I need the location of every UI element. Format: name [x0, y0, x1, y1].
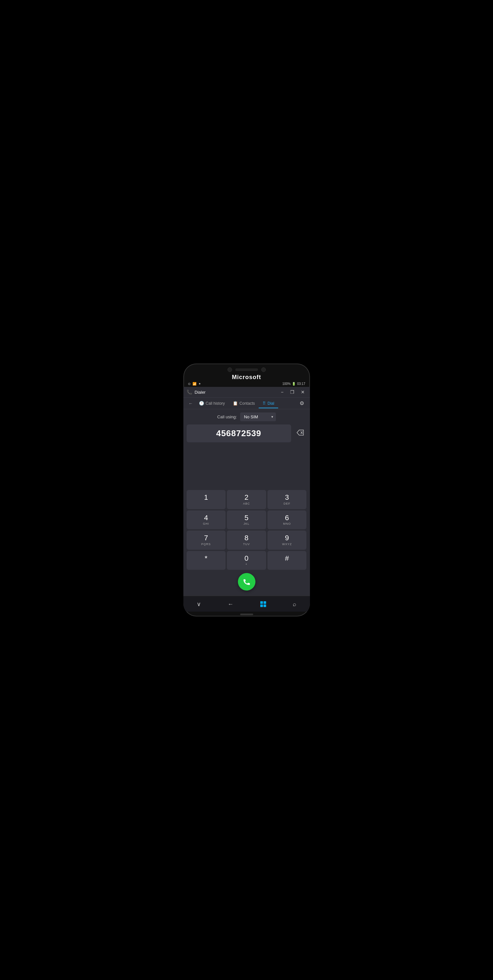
restore-button[interactable]: ❐ — [288, 389, 296, 395]
earpiece-speaker — [235, 368, 258, 371]
key-star[interactable]: * — [187, 551, 226, 570]
sim-dropdown-wrapper: No SIM ▾ — [240, 412, 276, 421]
phone-device: Microsoft ⊙ 📶 ✦ 100% 🔋 03:17 📞 Dialer − … — [183, 364, 310, 616]
key-3[interactable]: 3 DEF — [267, 490, 307, 509]
window-controls: − ❐ ✕ — [279, 389, 306, 395]
main-content: Call using: No SIM ▾ 456872539 — [183, 409, 310, 596]
navigation-tabs: ← 🕐 Call history 📋 Contacts ⠿ Dial ⚙ — [183, 398, 310, 409]
bluetooth-icon: ✦ — [198, 382, 201, 386]
key-9[interactable]: 9 WXYZ — [267, 531, 307, 549]
key-hash[interactable]: # — [267, 551, 307, 570]
nav-back-button[interactable]: ← — [187, 398, 195, 409]
sensor — [261, 368, 266, 372]
windows-button[interactable] — [257, 600, 270, 608]
key-1[interactable]: 1 — [187, 490, 226, 509]
clock: 03:17 — [297, 382, 305, 386]
status-right: 100% 🔋 03:17 — [282, 382, 305, 386]
tab-dial-label: Dial — [267, 401, 274, 406]
wifi-icon: 📶 — [193, 382, 196, 386]
key-4[interactable]: 4 GHI — [187, 511, 226, 529]
title-bar: 📞 Dialer − ❐ ✕ — [183, 387, 310, 398]
call-button[interactable] — [238, 573, 255, 590]
call-history-icon: 🕐 — [199, 401, 204, 406]
battery-icon: 🔋 — [292, 382, 296, 386]
bottom-navigation: ∨ ← ⌕ — [183, 596, 310, 612]
key-6[interactable]: 6 MNO — [267, 511, 307, 529]
call-button-row — [187, 573, 307, 590]
contacts-icon: 📋 — [233, 401, 238, 406]
key-7[interactable]: 7 PQRS — [187, 531, 226, 549]
minimize-button[interactable]: − — [279, 389, 285, 395]
dial-icon: ⠿ — [263, 401, 266, 406]
tab-call-history-label: Call history — [206, 401, 225, 406]
brand-label: Microsoft — [232, 374, 261, 381]
call-using-row: Call using: No SIM ▾ — [187, 412, 307, 421]
backspace-button[interactable] — [294, 427, 307, 440]
key-8[interactable]: 8 TUV — [227, 531, 266, 549]
battery-percentage: 100% — [282, 382, 291, 386]
key-2[interactable]: 2 ABC — [227, 490, 266, 509]
tab-contacts-label: Contacts — [239, 401, 255, 406]
call-using-label: Call using: — [217, 414, 237, 419]
windows-logo-icon — [260, 601, 266, 607]
dialed-number: 456872539 — [216, 428, 261, 438]
chevron-down-button[interactable]: ∨ — [193, 599, 204, 609]
tab-contacts[interactable]: 📋 Contacts — [229, 398, 258, 408]
dialer-app-icon: 📞 — [187, 390, 192, 395]
app-window: 📞 Dialer − ❐ ✕ ← 🕐 Call history 📋 Contac… — [183, 387, 310, 596]
search-button[interactable]: ⌕ — [289, 600, 300, 609]
settings-button[interactable]: ⚙ — [297, 398, 307, 409]
number-display-row: 456872539 — [187, 425, 307, 442]
sim-select[interactable]: No SIM — [240, 412, 276, 421]
status-left-icons: ⊙ 📶 ✦ — [188, 382, 201, 386]
tab-dial[interactable]: ⠿ Dial — [258, 398, 278, 408]
app-title: Dialer — [195, 390, 206, 395]
key-0[interactable]: 0 + — [227, 551, 266, 570]
spacer — [187, 445, 307, 490]
focus-icon: ⊙ — [188, 382, 190, 386]
tab-call-history[interactable]: 🕐 Call history — [195, 398, 229, 408]
dialpad: 1 2 ABC 3 DEF 4 GHI 5 JKL — [187, 490, 307, 570]
back-button[interactable]: ← — [224, 600, 236, 609]
front-camera — [228, 368, 232, 372]
status-bar: ⊙ 📶 ✦ 100% 🔋 03:17 — [183, 381, 310, 387]
title-bar-left: 📞 Dialer — [187, 390, 206, 395]
home-indicator — [240, 614, 253, 615]
key-5[interactable]: 5 JKL — [227, 511, 266, 529]
close-button[interactable]: ✕ — [299, 389, 307, 395]
phone-top-hardware — [183, 364, 310, 372]
number-display[interactable]: 456872539 — [187, 425, 291, 442]
